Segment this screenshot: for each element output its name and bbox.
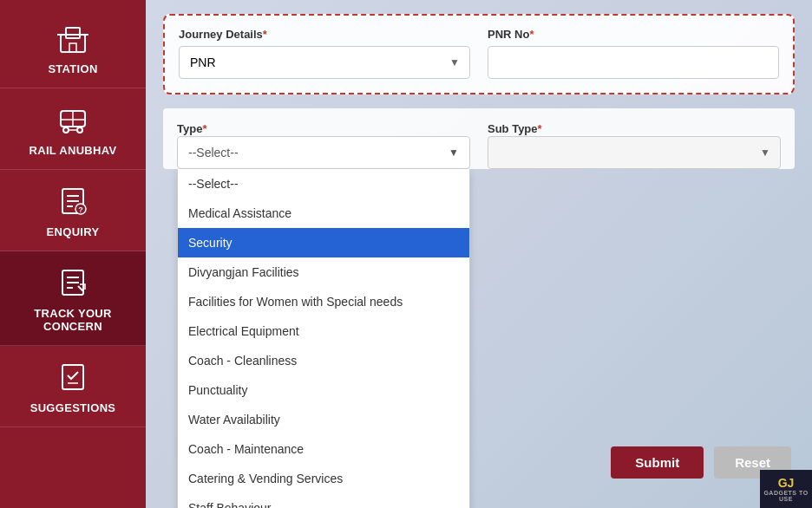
pnr-no-field: PNR No* — [488, 28, 779, 79]
dropdown-item-coach-maintenance[interactable]: Coach - Maintenance — [178, 434, 469, 464]
enquiry-icon: ? — [54, 182, 92, 220]
dropdown-item-women[interactable]: Facilities for Women with Special needs — [178, 287, 469, 316]
journey-section: Journey Details* PNR Train No PNR No* — [163, 14, 795, 94]
dropdown-item-security[interactable]: Security — [178, 228, 469, 257]
form-container: Journey Details* PNR Train No PNR No* — [163, 14, 795, 479]
dropdown-item-catering[interactable]: Catering & Vending Services — [178, 464, 469, 493]
station-icon — [54, 19, 92, 57]
journey-select-wrapper: PNR Train No — [179, 46, 470, 79]
type-row: Type* --Select-- ▼ --Select-- Medical As… — [177, 120, 781, 169]
type-dropdown-trigger[interactable]: --Select-- ▼ — [177, 136, 470, 169]
sidebar-item-track-concern[interactable]: TRACK YOUR CONCERN — [0, 251, 146, 346]
svg-rect-3 — [69, 43, 76, 52]
subtype-field: Sub Type* — [488, 120, 781, 169]
sidebar-item-enquiry[interactable]: ? ENQUIRY — [0, 170, 146, 251]
type-label: Type* — [177, 122, 206, 135]
sidebar-item-station-label: STATION — [48, 62, 97, 75]
chevron-down-icon: ▼ — [449, 147, 459, 159]
svg-rect-1 — [66, 28, 80, 38]
type-section: Type* --Select-- ▼ --Select-- Medical As… — [163, 108, 795, 169]
sidebar-item-station[interactable]: STATION — [0, 7, 146, 88]
journey-row: Journey Details* PNR Train No PNR No* — [179, 28, 779, 79]
dropdown-item-medical[interactable]: Medical Assistance — [178, 199, 469, 228]
sidebar-item-enquiry-label: ENQUIRY — [47, 225, 100, 238]
svg-point-8 — [77, 127, 82, 133]
suggestions-icon — [54, 358, 92, 396]
dropdown-item-select[interactable]: --Select-- — [178, 169, 469, 199]
type-field: Type* --Select-- ▼ --Select-- Medical As… — [177, 120, 470, 169]
main-content: Journey Details* PNR Train No PNR No* — [146, 0, 812, 508]
sidebar-item-suggestions-label: SUGGESTIONS — [30, 401, 116, 414]
sidebar-item-track-concern-label: TRACK YOUR CONCERN — [7, 307, 139, 333]
sidebar-item-rail-anubhav-label: RAIL ANUBHAV — [29, 144, 117, 157]
subtype-label: Sub Type* — [488, 122, 542, 135]
track-concern-icon — [54, 264, 92, 302]
pnr-no-label: PNR No* — [488, 28, 779, 41]
subtype-select[interactable] — [488, 136, 781, 169]
journey-details-select[interactable]: PNR Train No — [179, 46, 470, 79]
journey-details-field: Journey Details* PNR Train No — [179, 28, 470, 79]
journey-details-label: Journey Details* — [179, 28, 470, 41]
pnr-input[interactable] — [488, 46, 779, 79]
dropdown-item-electrical[interactable]: Electrical Equipment — [178, 316, 469, 346]
dropdown-item-divyangjan[interactable]: Divyangjan Facilities — [178, 257, 469, 287]
gj-logo: GJ GADGETS TO USE — [760, 470, 812, 508]
sidebar: STATION RAIL ANUBHAV ? ENQUIRY — [0, 0, 146, 508]
rail-anubhav-icon — [54, 101, 92, 139]
gj-logo-text: GJ GADGETS TO USE — [760, 476, 812, 502]
dropdown-item-water[interactable]: Water Availability — [178, 405, 469, 434]
dropdown-item-punctuality[interactable]: Punctuality — [178, 375, 469, 405]
sidebar-item-rail-anubhav[interactable]: RAIL ANUBHAV — [0, 88, 146, 170]
svg-text:?: ? — [78, 205, 83, 214]
subtype-select-wrapper — [488, 136, 781, 169]
type-dropdown-list: --Select-- Medical Assistance Security D… — [177, 169, 470, 508]
dropdown-item-coach-cleanliness[interactable]: Coach - Cleanliness — [178, 346, 469, 375]
svg-point-7 — [63, 127, 69, 133]
dropdown-item-staff[interactable]: Staff Behaviour — [178, 493, 469, 508]
sidebar-item-suggestions[interactable]: SUGGESTIONS — [0, 346, 146, 427]
submit-button[interactable]: Submit — [611, 446, 704, 479]
